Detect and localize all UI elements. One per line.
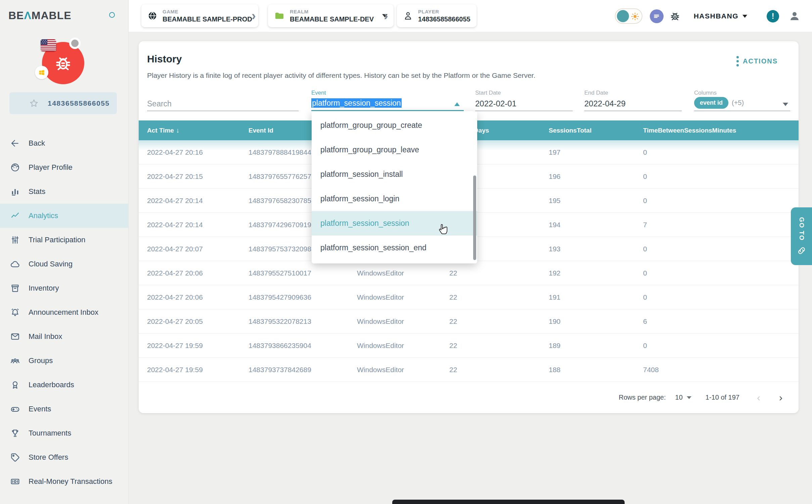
player-id-box[interactable]: 14836585866055 (9, 92, 117, 114)
table-cell: 7408 (643, 366, 799, 374)
rows-per-page-label: Rows per page: (619, 394, 666, 401)
actions-button[interactable]: ACTIONS (736, 56, 778, 66)
stats-icon (10, 187, 20, 197)
table-cell: WindowsEditor (357, 269, 449, 277)
breadcrumb-realm[interactable]: REALM BEAMABLE SAMPLE-DEV (268, 4, 394, 27)
sidebar-item-events[interactable]: Events (0, 397, 128, 421)
search-placeholder: Search (147, 99, 172, 108)
column-header[interactable]: TimeBetweenSessionsMinutes (643, 127, 799, 134)
inventory-icon (10, 283, 20, 293)
sidebar-item-analytics[interactable]: Analytics (0, 204, 128, 228)
sun-icon (631, 12, 639, 21)
menu-icon (653, 12, 660, 20)
face-icon (10, 162, 20, 172)
sidebar-item-label: Groups (29, 356, 53, 365)
sidebar-item-label: Inventory (29, 284, 59, 293)
profile-button[interactable] (788, 10, 801, 22)
event-option[interactable]: platform_group_group_leave (312, 138, 477, 162)
table-cell: 1483793866235904 (249, 342, 357, 350)
event-option[interactable]: platform_session_login (312, 187, 477, 211)
table-cell: 192 (549, 269, 643, 277)
end-date-input[interactable]: End Date 2022-04-29 (584, 90, 682, 111)
breadcrumb-player[interactable]: PLAYER 14836585866055 (397, 4, 477, 27)
gamepad-icon (10, 404, 20, 414)
sidebar-item-store-offers[interactable]: Store Offers (0, 445, 128, 469)
alerts-button[interactable]: ! (767, 10, 779, 22)
event-option[interactable]: platform_group_group_create (312, 113, 477, 138)
chevron-up-icon[interactable] (454, 102, 460, 106)
table-cell: 2022-04-27 20:05 (147, 317, 249, 325)
sidebar-item-trial-participation[interactable]: Trial Participation (0, 228, 128, 252)
sidebar-item-label: Mail Inbox (29, 332, 62, 341)
sidebar-item-real-money-transactions[interactable]: Real-Money Transactions (0, 469, 128, 494)
table-cell: 0 (643, 342, 799, 350)
dropdown-scrollbar[interactable] (473, 175, 476, 260)
table-row[interactable]: 2022-04-27 19:591483793866235904WindowsE… (139, 334, 799, 358)
table-row[interactable]: 2022-04-27 20:061483795427909636WindowsE… (139, 285, 799, 309)
table-row[interactable]: 2022-04-27 20:051483795322078213WindowsE… (139, 309, 799, 334)
folder-icon (274, 10, 285, 21)
report-bug-button[interactable] (669, 10, 681, 22)
person-icon (788, 10, 801, 22)
sidebar-item-stats[interactable]: Stats (0, 180, 128, 204)
table-cell: 194 (549, 221, 643, 229)
mail-icon (10, 332, 20, 342)
rows-per-page-select[interactable]: 10 (675, 394, 691, 401)
table-row[interactable]: 2022-04-27 19:591483793737842689WindowsE… (139, 358, 799, 382)
sidebar-item-groups[interactable]: Groups (0, 349, 128, 373)
table-row[interactable]: 2022-04-27 20:061483795527510017WindowsE… (139, 261, 799, 285)
theme-toggle[interactable] (615, 8, 642, 24)
sidebar-item-tournaments[interactable]: Tournaments (0, 421, 128, 445)
chevron-down-icon (742, 15, 747, 18)
pagination: Rows per page: 10 1-10 of 197 ‹ › (139, 382, 799, 413)
table-cell: 22 (449, 293, 549, 301)
sidebar-item-cloud-saving[interactable]: Cloud Saving (0, 252, 128, 276)
sidebar-item-label: Player Profile (29, 163, 73, 172)
sidebar-item-leaderboards[interactable]: Leaderboards (0, 373, 128, 397)
account-name: HASHBANG (694, 12, 738, 20)
column-chip[interactable]: event id (694, 97, 728, 109)
event-option[interactable]: platform_session_install (312, 162, 477, 187)
end-date-label: End Date (584, 90, 682, 96)
table-cell: 2022-04-27 19:59 (147, 342, 249, 350)
bell-icon (10, 307, 20, 317)
sidebar-item-label: Announcement Inbox (29, 308, 98, 317)
search-input[interactable]: Search (147, 90, 299, 111)
chevron-down-icon[interactable] (783, 103, 788, 106)
breadcrumb-game[interactable]: GAME BEAMABLE SAMPLE-PROD (141, 4, 258, 27)
event-select[interactable]: Event platform_session_session (311, 90, 464, 111)
event-option[interactable]: platform_session_session (312, 211, 477, 236)
status-ring-icon (109, 12, 115, 18)
next-page-button[interactable]: › (779, 392, 782, 403)
globe-icon (147, 11, 157, 21)
goto-button[interactable]: GO TO (791, 207, 812, 265)
sidebar-item-label: Trial Participation (29, 236, 85, 244)
menu-button[interactable] (650, 9, 664, 23)
tag-icon (10, 452, 20, 462)
event-option[interactable]: platform_session_session_end (312, 236, 477, 260)
account-menu[interactable]: HASHBANG (694, 12, 747, 20)
start-date-input[interactable]: Start Date 2022-02-01 (475, 90, 573, 111)
table-cell: 2022-04-27 19:59 (147, 366, 249, 374)
sidebar-item-mail-inbox[interactable]: Mail Inbox (0, 324, 128, 349)
player-id: 14836585866055 (48, 99, 110, 107)
sidebar-item-announcement-inbox[interactable]: Announcement Inbox (0, 300, 128, 324)
star-icon[interactable] (29, 98, 39, 108)
column-header[interactable]: SessionsTotal (549, 127, 643, 134)
windows-icon (38, 69, 45, 76)
sidebar-item-label: Real-Money Transactions (29, 477, 112, 486)
chevron-down-icon (687, 396, 691, 399)
column-header[interactable]: Act Time↓ (147, 127, 249, 134)
breadcrumb-label: REALM (290, 9, 374, 14)
sidebar-item-inventory[interactable]: Inventory (0, 276, 128, 300)
sidebar-item-back[interactable]: Back (0, 131, 128, 155)
page-description: Player History is a finite log of recent… (147, 71, 535, 80)
table-cell: WindowsEditor (357, 342, 449, 350)
cloud-icon (10, 259, 20, 269)
sidebar: BEΛMABLE 14836585866055 BackPlayer Profi (0, 0, 129, 504)
columns-select[interactable]: Columns event id (+5) (694, 90, 790, 111)
table-cell: 188 (549, 366, 643, 374)
breadcrumb-label: PLAYER (418, 9, 470, 14)
sidebar-item-player-profile[interactable]: Player Profile (0, 155, 128, 180)
previous-page-button[interactable]: ‹ (757, 392, 760, 403)
